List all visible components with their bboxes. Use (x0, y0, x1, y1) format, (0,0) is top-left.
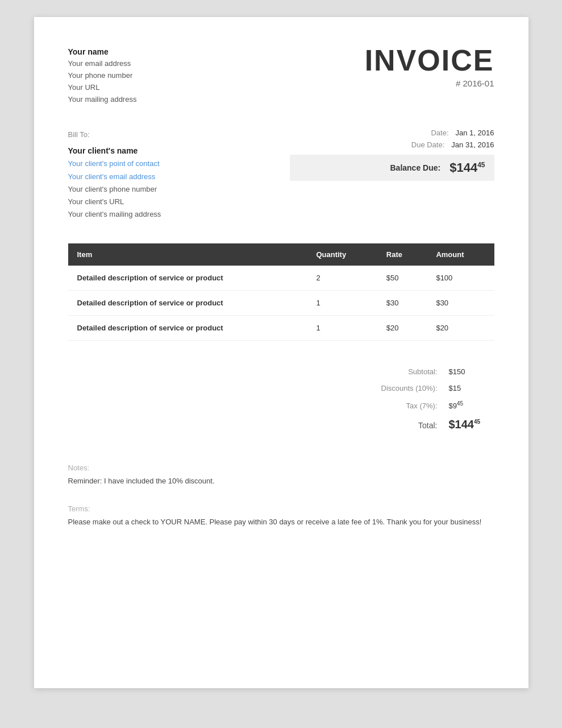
terms-section: Terms: Please make out a check to YOUR N… (68, 504, 494, 528)
table-row: Detailed description of service or produ… (68, 290, 494, 315)
item-rate: $50 (377, 266, 427, 291)
item-rate: $20 (377, 315, 427, 340)
bill-to-label: Bill To: (68, 129, 161, 141)
sender-info: Your name Your email address Your phone … (68, 46, 137, 106)
tax-row: Tax (7%): $945 (313, 396, 494, 414)
balance-cents: 45 (477, 160, 485, 168)
item-amount: $30 (427, 290, 494, 315)
totals-section: Subtotal: $150 Discounts (10%): $15 Tax … (68, 363, 494, 435)
col-header-rate: Rate (377, 243, 427, 266)
item-quantity: 1 (307, 290, 377, 315)
sender-name: Your name (68, 46, 137, 58)
total-cents: 45 (474, 419, 480, 425)
col-header-quantity: Quantity (307, 243, 377, 266)
item-description: Detailed description of service or produ… (68, 290, 307, 315)
sender-address: Your mailing address (68, 94, 137, 106)
subtotal-value: $150 (449, 367, 494, 376)
invoice-number: # 2016-01 (365, 78, 494, 88)
tax-cents: 45 (457, 400, 463, 407)
date-label: Date: (431, 129, 448, 137)
item-description: Detailed description of service or produ… (68, 315, 307, 340)
totals-block: Subtotal: $150 Discounts (10%): $15 Tax … (313, 363, 494, 435)
item-quantity: 2 (307, 266, 377, 291)
item-description: Detailed description of service or produ… (68, 266, 307, 291)
balance-due-row: Balance Due: $14445 (290, 155, 494, 181)
client-phone: Your client's phone number (68, 183, 161, 196)
invoice-title: INVOICE (365, 46, 494, 75)
tax-main: $9 (449, 402, 457, 410)
table-row: Detailed description of service or produ… (68, 315, 494, 340)
total-value: $14445 (449, 418, 494, 431)
items-table: Item Quantity Rate Amount Detailed descr… (68, 243, 494, 341)
item-amount: $20 (427, 315, 494, 340)
dates-balance-block: Date: Jan 1, 2016 Due Date: Jan 31, 2016… (290, 129, 494, 181)
invoice-page: Your name Your email address Your phone … (34, 17, 528, 688)
client-address: Your client's mailing address (68, 208, 161, 221)
client-url: Your client's URL (68, 196, 161, 208)
date-value: Jan 1, 2016 (456, 129, 494, 137)
table-row: Detailed description of service or produ… (68, 266, 494, 291)
client-email: Your client's email address (68, 171, 161, 183)
subtotal-label: Subtotal: (313, 367, 449, 376)
sender-email: Your email address (68, 58, 137, 70)
item-amount: $100 (427, 266, 494, 291)
discount-row: Discounts (10%): $15 (313, 380, 494, 396)
due-date-label: Due Date: (411, 140, 445, 149)
due-date-row: Due Date: Jan 31, 2016 (290, 140, 494, 149)
col-header-item: Item (68, 243, 307, 266)
discount-label: Discounts (10%): (313, 384, 449, 392)
item-quantity: 1 (307, 315, 377, 340)
notes-text: Reminder: I have included the 10% discou… (68, 475, 494, 487)
bill-to-block: Bill To: Your client's name Your client'… (68, 129, 161, 221)
tax-label: Tax (7%): (313, 402, 449, 410)
due-date-value: Jan 31, 2016 (451, 140, 494, 149)
sender-url: Your URL (68, 82, 137, 94)
terms-label: Terms: (68, 504, 494, 513)
tax-value: $945 (449, 400, 494, 410)
client-name: Your client's name (68, 144, 161, 158)
invoice-title-block: INVOICE # 2016-01 (365, 46, 494, 88)
discount-value: $15 (449, 384, 494, 392)
balance-due-label: Balance Due: (390, 163, 440, 172)
total-main: $144 (449, 418, 474, 431)
date-row: Date: Jan 1, 2016 (290, 129, 494, 137)
sender-phone: Your phone number (68, 70, 137, 82)
balance-due-value: $14445 (449, 160, 485, 175)
billing-section: Bill To: Your client's name Your client'… (68, 129, 494, 221)
grand-total-row: Total: $14445 (313, 414, 494, 435)
col-header-amount: Amount (427, 243, 494, 266)
notes-label: Notes: (68, 464, 494, 472)
item-rate: $30 (377, 290, 427, 315)
header: Your name Your email address Your phone … (68, 46, 494, 106)
terms-text: Please make out a check to YOUR NAME. Pl… (68, 516, 494, 528)
subtotal-row: Subtotal: $150 (313, 363, 494, 380)
balance-main: $144 (449, 160, 477, 175)
client-contact: Your client's point of contact (68, 158, 161, 170)
total-label: Total: (313, 421, 449, 430)
notes-section: Notes: Reminder: I have included the 10%… (68, 464, 494, 487)
table-header-row: Item Quantity Rate Amount (68, 243, 494, 266)
